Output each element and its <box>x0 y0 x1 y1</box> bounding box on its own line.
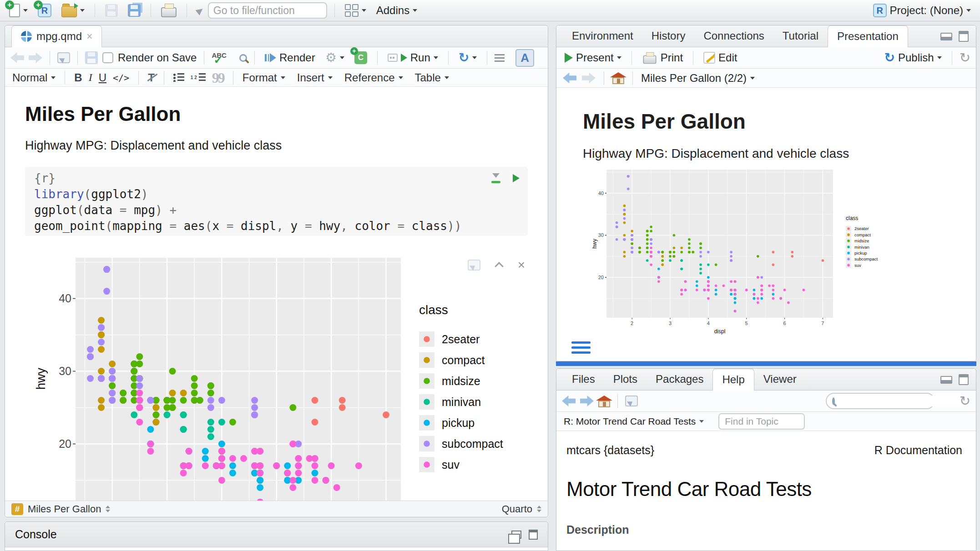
maximize-pane-icon[interactable] <box>959 374 969 385</box>
bold-button[interactable]: B <box>74 71 82 84</box>
open-folder-icon <box>61 6 77 17</box>
numbered-list-button[interactable]: 1 2 <box>191 73 206 82</box>
goto-file-input[interactable] <box>208 2 327 19</box>
chevron-down-icon <box>362 9 366 12</box>
tab-mpg-qmd[interactable]: mpg.qmd × <box>11 25 102 47</box>
document-editor[interactable]: Miles Per Gallon Highway MPG: Displaceme… <box>5 87 548 501</box>
render-button[interactable]: Render <box>262 50 318 65</box>
slide-menu-icon[interactable] <box>571 341 591 354</box>
find-in-topic-input[interactable] <box>718 413 805 430</box>
italic-button[interactable]: I <box>89 71 92 84</box>
maximize-pane-icon[interactable] <box>529 530 538 540</box>
present-button[interactable]: Present <box>562 50 624 65</box>
close-tab-icon[interactable]: × <box>86 32 92 41</box>
minimize-pane-icon[interactable] <box>940 376 952 384</box>
run-chunk-icon[interactable] <box>513 174 520 182</box>
tab-viewer[interactable]: Viewer <box>754 368 806 390</box>
slide-selector[interactable]: Miles Per Gallon (2/2) <box>641 72 755 85</box>
show-in-window-icon[interactable] <box>625 396 638 406</box>
help-search-box[interactable] <box>826 393 935 409</box>
mode-selector-icon[interactable] <box>537 506 541 512</box>
save-all-button[interactable] <box>125 3 143 18</box>
doc-mode-label[interactable]: Quarto <box>502 503 532 515</box>
plus-badge-icon: + <box>34 0 43 10</box>
svg-text:2: 2 <box>631 321 633 326</box>
goto-file-icon: ► <box>192 2 208 19</box>
save-icon[interactable] <box>85 51 98 64</box>
pane-focus-divider[interactable] <box>556 361 976 366</box>
visual-editor-toggle[interactable]: A <box>515 49 534 67</box>
tab-help[interactable]: Help <box>712 369 754 391</box>
refresh-icon[interactable]: ↻ <box>960 395 970 407</box>
show-in-window-icon[interactable] <box>468 260 480 270</box>
addins-menu[interactable]: Addins <box>374 3 420 18</box>
collapse-output-icon[interactable] <box>495 262 504 271</box>
find-replace-icon[interactable] <box>239 54 247 62</box>
menu-reference[interactable]: Reference <box>344 71 403 84</box>
publish-button[interactable]: ↻ Publish <box>882 50 945 65</box>
menu-table[interactable]: Table <box>415 71 449 84</box>
save-button[interactable] <box>102 3 121 18</box>
insert-chunk-icon: C+ <box>354 51 367 64</box>
tab-plots[interactable]: Plots <box>604 368 647 390</box>
print-presentation-button[interactable]: Print <box>639 50 686 66</box>
open-file-button[interactable] <box>59 2 87 19</box>
blockquote-button[interactable]: 99 <box>212 73 224 82</box>
print-button[interactable] <box>158 2 179 19</box>
clear-formatting-button[interactable]: T <box>148 71 155 84</box>
section-selector-icon[interactable] <box>106 506 110 512</box>
svg-text:3: 3 <box>669 321 672 326</box>
edit-presentation-button[interactable]: Edit <box>701 50 740 65</box>
open-in-window-icon[interactable] <box>57 52 70 63</box>
minimize-pane-icon[interactable] <box>940 33 952 40</box>
run-chunks-above-icon[interactable] <box>491 173 501 183</box>
help-forward-icon[interactable] <box>580 396 594 406</box>
chevron-down-icon <box>51 76 56 79</box>
tab-environment[interactable]: Environment <box>563 25 642 47</box>
code-button[interactable]: </> <box>113 72 129 83</box>
render-on-save-checkbox[interactable] <box>102 52 113 63</box>
render-settings-button[interactable]: ⚙ <box>323 50 347 65</box>
pane-layout-button[interactable] <box>342 3 369 18</box>
menu-format[interactable]: Format <box>242 71 285 84</box>
maximize-pane-icon[interactable] <box>959 31 969 42</box>
help-home-icon[interactable] <box>598 401 610 407</box>
topic-selector[interactable]: R: Motor Trend Car Road Tests <box>564 416 704 427</box>
menu-insert[interactable]: Insert <box>297 71 333 84</box>
tab-tutorial[interactable]: Tutorial <box>773 25 828 47</box>
bullet-list-button[interactable] <box>173 73 184 82</box>
svg-text:minivan: minivan <box>442 396 481 408</box>
help-section-heading: Description <box>566 523 962 536</box>
insert-chunk-button[interactable]: C+ <box>352 50 370 65</box>
code-chunk[interactable]: {r} library(ggplot2)ggplot(data = mpg) +… <box>25 167 528 236</box>
chunk-output: × 203040hwyclass2seatercompactmidsizemin… <box>25 256 528 501</box>
outline-location[interactable]: Miles Per Gallon <box>28 503 101 515</box>
new-project-button[interactable]: R+ <box>35 2 54 19</box>
help-search-input[interactable] <box>839 396 963 406</box>
tab-presentation[interactable]: Presentation <box>828 25 908 47</box>
spellcheck-icon[interactable]: ABC✓ <box>212 52 227 59</box>
tab-packages[interactable]: Packages <box>647 368 712 390</box>
svg-text:suv: suv <box>854 263 861 268</box>
tab-files[interactable]: Files <box>563 368 604 390</box>
run-button[interactable]: Run <box>385 50 441 65</box>
back-icon[interactable] <box>10 52 24 63</box>
home-slide-icon[interactable] <box>612 77 624 84</box>
bottom-right-tabstrip: FilesPlotsPackagesHelpViewer <box>556 369 976 391</box>
underline-button[interactable]: U <box>99 71 106 84</box>
paragraph-style-menu[interactable]: Normal <box>12 71 56 84</box>
slide-forward-icon[interactable] <box>582 73 596 84</box>
outline-toggle-icon[interactable] <box>495 54 505 62</box>
help-back-icon[interactable] <box>562 396 576 406</box>
restore-pane-icon[interactable] <box>511 531 521 539</box>
clear-output-icon[interactable]: × <box>518 260 525 270</box>
forward-icon[interactable] <box>29 52 42 63</box>
svg-text:2seater: 2seater <box>854 226 869 231</box>
tab-connections[interactable]: Connections <box>694 25 773 47</box>
project-menu[interactable]: R Project: (None) <box>870 2 974 19</box>
tab-history[interactable]: History <box>642 25 695 47</box>
slide-back-icon[interactable] <box>563 73 576 84</box>
refresh-icon[interactable]: ↻ <box>960 51 970 64</box>
rerun-button[interactable]: ↻ <box>456 50 480 65</box>
new-file-button[interactable]: + <box>6 2 30 19</box>
